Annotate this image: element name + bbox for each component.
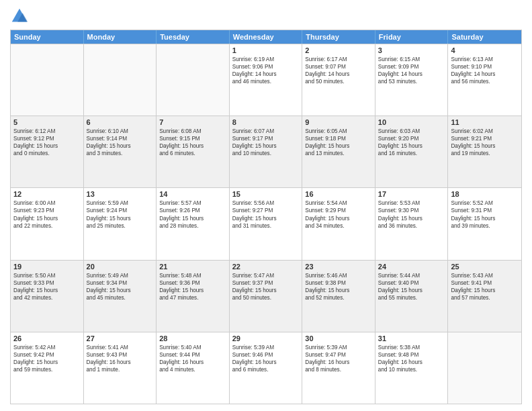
- cell-line: Sunrise: 5:43 AM: [451, 272, 519, 279]
- logo: [10, 7, 32, 26]
- calendar-header-friday: Friday: [375, 30, 449, 44]
- cal-cell: 23Sunrise: 5:46 AMSunset: 9:38 PMDayligh…: [302, 261, 375, 332]
- day-number: 10: [378, 118, 445, 126]
- day-number: 25: [451, 263, 519, 271]
- day-number: 4: [451, 46, 519, 54]
- cal-cell: 8Sunrise: 6:07 AMSunset: 9:17 PMDaylight…: [230, 116, 303, 187]
- cell-line: Sunset: 9:06 PM: [232, 63, 300, 71]
- cell-line: and 55 minutes.: [378, 294, 445, 302]
- cell-line: Sunrise: 6:17 AM: [305, 56, 372, 63]
- cell-line: Sunset: 9:33 PM: [13, 279, 81, 287]
- cal-cell: 26Sunrise: 5:42 AMSunset: 9:42 PMDayligh…: [11, 332, 84, 404]
- cell-line: Daylight: 15 hours: [378, 287, 445, 294]
- day-number: 8: [232, 118, 300, 126]
- cell-line: Daylight: 15 hours: [305, 142, 372, 150]
- cal-cell: 31Sunrise: 5:38 AMSunset: 9:48 PMDayligh…: [375, 332, 449, 404]
- cal-cell: [157, 44, 230, 116]
- cell-line: Sunset: 9:46 PM: [232, 351, 300, 359]
- calendar-header-monday: Monday: [84, 30, 157, 44]
- cell-line: and 42 minutes.: [13, 294, 81, 302]
- cell-line: Daylight: 15 hours: [87, 287, 154, 294]
- cell-line: Sunrise: 5:49 AM: [87, 272, 154, 279]
- calendar-header-saturday: Saturday: [448, 30, 521, 44]
- cell-line: and 59 minutes.: [13, 366, 81, 373]
- cell-line: Daylight: 15 hours: [451, 287, 519, 294]
- cell-line: Sunset: 9:18 PM: [305, 135, 372, 142]
- cell-line: Daylight: 15 hours: [378, 215, 445, 222]
- cal-cell: 2Sunrise: 6:17 AMSunset: 9:07 PMDaylight…: [302, 44, 375, 116]
- cell-line: Sunrise: 5:57 AM: [159, 199, 226, 207]
- cell-line: Sunrise: 6:10 AM: [87, 128, 154, 135]
- cell-line: Sunset: 9:37 PM: [232, 279, 300, 287]
- cell-line: Sunset: 9:26 PM: [159, 207, 226, 214]
- header: [10, 7, 522, 26]
- cell-line: Sunrise: 5:56 AM: [232, 199, 300, 207]
- calendar-header-sunday: Sunday: [11, 30, 84, 44]
- cell-line: Sunrise: 5:59 AM: [87, 199, 154, 207]
- day-number: 27: [87, 334, 154, 342]
- cell-line: Sunrise: 5:41 AM: [87, 344, 154, 351]
- day-number: 2: [305, 46, 372, 54]
- cell-line: Daylight: 15 hours: [159, 142, 226, 150]
- cell-line: and 34 minutes.: [305, 222, 372, 230]
- day-number: 9: [305, 118, 372, 126]
- cell-line: Sunset: 9:24 PM: [87, 207, 154, 214]
- cell-line: and 39 minutes.: [451, 222, 519, 230]
- cal-cell: 27Sunrise: 5:41 AMSunset: 9:43 PMDayligh…: [84, 332, 157, 404]
- cell-line: Daylight: 15 hours: [232, 287, 300, 294]
- cell-line: and 36 minutes.: [378, 222, 445, 230]
- cell-line: Daylight: 15 hours: [159, 287, 226, 294]
- day-number: 29: [232, 334, 300, 342]
- cell-line: Daylight: 15 hours: [451, 142, 519, 150]
- cell-line: Sunset: 9:40 PM: [378, 279, 445, 287]
- cal-cell: 13Sunrise: 5:59 AMSunset: 9:24 PMDayligh…: [84, 188, 157, 259]
- cell-line: and 50 minutes.: [305, 78, 372, 85]
- cell-line: and 1 minute.: [87, 366, 154, 373]
- day-number: 20: [87, 263, 154, 271]
- cal-cell: 6Sunrise: 6:10 AMSunset: 9:14 PMDaylight…: [84, 116, 157, 187]
- cell-line: Sunrise: 5:42 AM: [13, 344, 81, 351]
- cell-line: Daylight: 16 hours: [378, 359, 445, 366]
- cal-cell: 4Sunrise: 6:13 AMSunset: 9:10 PMDaylight…: [448, 44, 521, 116]
- cal-cell: 16Sunrise: 5:54 AMSunset: 9:29 PMDayligh…: [302, 188, 375, 259]
- calendar-row-5: 26Sunrise: 5:42 AMSunset: 9:42 PMDayligh…: [11, 332, 521, 404]
- day-number: 3: [378, 46, 445, 54]
- cell-line: Sunrise: 6:19 AM: [232, 56, 300, 63]
- cell-line: Sunset: 9:36 PM: [159, 279, 226, 287]
- cell-line: Sunrise: 6:08 AM: [159, 128, 226, 135]
- cell-line: and 16 minutes.: [378, 150, 445, 157]
- cal-cell: 30Sunrise: 5:39 AMSunset: 9:47 PMDayligh…: [302, 332, 375, 404]
- cell-line: and 3 minutes.: [87, 150, 154, 157]
- day-number: 16: [305, 190, 372, 198]
- day-number: 11: [451, 118, 519, 126]
- cal-cell: 25Sunrise: 5:43 AMSunset: 9:41 PMDayligh…: [448, 261, 521, 332]
- calendar-row-2: 5Sunrise: 6:12 AMSunset: 9:12 PMDaylight…: [11, 116, 521, 187]
- cal-cell: 22Sunrise: 5:47 AMSunset: 9:37 PMDayligh…: [230, 261, 303, 332]
- cal-cell: [11, 44, 84, 116]
- cell-line: and 10 minutes.: [378, 366, 445, 373]
- cell-line: and 6 minutes.: [159, 150, 226, 157]
- cell-line: Sunrise: 5:46 AM: [305, 272, 372, 279]
- cell-line: and 10 minutes.: [232, 150, 300, 157]
- cell-line: Sunrise: 5:52 AM: [451, 199, 519, 207]
- cal-cell: 24Sunrise: 5:44 AMSunset: 9:40 PMDayligh…: [375, 261, 449, 332]
- cell-line: Sunset: 9:43 PM: [87, 351, 154, 359]
- cal-cell: 5Sunrise: 6:12 AMSunset: 9:12 PMDaylight…: [11, 116, 84, 187]
- cal-cell: 3Sunrise: 6:15 AMSunset: 9:09 PMDaylight…: [375, 44, 449, 116]
- calendar-row-4: 19Sunrise: 5:50 AMSunset: 9:33 PMDayligh…: [11, 260, 521, 332]
- cell-line: Sunset: 9:38 PM: [305, 279, 372, 287]
- day-number: 26: [13, 334, 81, 342]
- cell-line: Sunrise: 5:39 AM: [232, 344, 300, 351]
- cal-cell: 11Sunrise: 6:02 AMSunset: 9:21 PMDayligh…: [448, 116, 521, 187]
- cell-line: Sunrise: 6:12 AM: [13, 128, 81, 135]
- cell-line: Sunrise: 6:15 AM: [378, 56, 445, 63]
- cal-cell: 19Sunrise: 5:50 AMSunset: 9:33 PMDayligh…: [11, 261, 84, 332]
- cal-cell: 15Sunrise: 5:56 AMSunset: 9:27 PMDayligh…: [230, 188, 303, 259]
- cell-line: and 47 minutes.: [159, 294, 226, 302]
- cal-cell: 21Sunrise: 5:48 AMSunset: 9:36 PMDayligh…: [157, 261, 230, 332]
- cell-line: Daylight: 15 hours: [232, 142, 300, 150]
- cell-line: Sunrise: 5:48 AM: [159, 272, 226, 279]
- page: SundayMondayTuesdayWednesdayThursdayFrid…: [0, 0, 532, 411]
- cell-line: Sunrise: 6:13 AM: [451, 56, 519, 63]
- cell-line: Daylight: 15 hours: [13, 359, 81, 366]
